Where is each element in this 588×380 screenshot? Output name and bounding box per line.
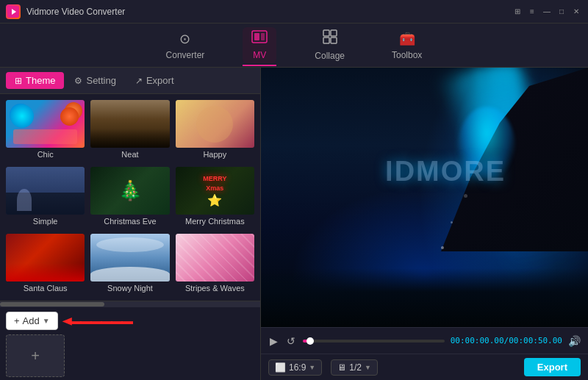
app-title-text: Vidmore Video Converter — [26, 7, 512, 17]
theme-neat[interactable]: Neat — [89, 98, 171, 162]
theme-simple-thumb — [6, 167, 85, 215]
preview-watermark: IDMORE — [385, 156, 506, 187]
theme-scroll-bar[interactable] — [0, 301, 260, 306]
right-panel: IDMORE ▶ ↺ 00:00:00.00/00:00:50.00 🔊 ⬜ 1… — [261, 68, 588, 380]
theme-happy[interactable]: Happy — [174, 98, 256, 162]
bottom-bar: ⬜ 16:9 ▼ 🖥 1/2 ▼ Export — [261, 354, 588, 380]
sub-tab-setting-label: Setting — [86, 75, 115, 86]
sub-tab-theme[interactable]: ⊞ Theme — [6, 72, 64, 89]
close-btn[interactable]: ✕ — [570, 6, 582, 18]
theme-chic-label: Chic — [37, 148, 54, 161]
title-bar: Vidmore Video Converter ⊞ ≡ — □ ✕ — [0, 0, 588, 24]
left-panel: ⊞ Theme ⚙ Setting ↗ Export Chic — [0, 68, 261, 380]
export-button[interactable]: Export — [524, 358, 581, 376]
add-plus-icon: + — [14, 315, 20, 326]
ratio-value: 16:9 — [289, 362, 306, 373]
volume-icon[interactable]: 🔊 — [568, 335, 581, 347]
theme-stripes-waves[interactable]: Stripes & Waves — [174, 232, 256, 296]
window-controls: ⊞ ≡ — □ ✕ — [512, 6, 582, 18]
theme-santa-claus-thumb — [6, 234, 85, 282]
minimize-icon-btn[interactable]: ⊞ — [512, 6, 523, 18]
player-controls: ▶ ↺ 00:00:00.00/00:00:50.00 🔊 — [261, 327, 588, 354]
svg-rect-5 — [323, 30, 329, 36]
svg-rect-4 — [261, 33, 265, 40]
theme-snowy-night-thumb — [90, 234, 169, 282]
play-button[interactable]: ▶ — [268, 334, 279, 348]
svg-rect-3 — [254, 33, 259, 40]
theme-merry-christmas-label: Merry Christmas — [185, 215, 245, 228]
export-tab-icon: ↗ — [135, 76, 143, 86]
ratio-icon: ⬜ — [275, 362, 286, 373]
add-video-placeholder[interactable]: + — [6, 334, 65, 377]
theme-merry-christmas-thumb: MERRYXmas ⭐ — [176, 167, 254, 215]
progress-thumb — [306, 337, 314, 345]
nav-collage-label: Collage — [315, 51, 345, 61]
rock-bottom — [261, 268, 588, 327]
theme-santa-claus[interactable]: Santa Claus — [4, 232, 86, 296]
video-preview: IDMORE — [261, 68, 588, 327]
sub-tab-export-label: Export — [146, 75, 174, 86]
sub-navigation: ⊞ Theme ⚙ Setting ↗ Export — [0, 68, 260, 94]
theme-christmas-eve-label: Christmas Eve — [104, 215, 157, 228]
add-row: + Add ▼ ◀▬▬▬▬▬▬ — [6, 312, 254, 330]
nav-collage[interactable]: Collage — [306, 26, 354, 64]
nav-toolbox[interactable]: 🧰 Toolbox — [383, 28, 431, 63]
mv-icon — [251, 30, 268, 47]
theme-tab-icon: ⊞ — [15, 76, 22, 86]
nav-mv[interactable]: MV — [243, 27, 276, 63]
nav-mv-label: MV — [253, 50, 266, 60]
placeholder-plus-icon: + — [31, 348, 40, 365]
theme-stripes-waves-thumb — [176, 234, 254, 282]
sub-tab-export[interactable]: ↗ Export — [126, 72, 183, 89]
theme-neat-label: Neat — [121, 148, 138, 161]
pages-value: 1/2 — [349, 362, 362, 373]
screen-icon: 🖥 — [337, 362, 346, 373]
menu-icon-btn[interactable]: ≡ — [526, 6, 538, 18]
svg-rect-8 — [331, 37, 337, 43]
red-arrow-icon: ◀▬▬▬▬▬▬ — [62, 315, 132, 326]
theme-scroll-thumb — [0, 302, 104, 306]
bubble-3 — [464, 194, 467, 198]
add-dropdown-icon: ▼ — [43, 317, 50, 325]
toolbox-icon: 🧰 — [399, 31, 415, 47]
theme-santa-claus-label: Santa Claus — [24, 282, 68, 295]
theme-simple-label: Simple — [33, 215, 58, 228]
rewind-button[interactable]: ↺ — [285, 334, 297, 348]
bubble-1 — [441, 246, 444, 249]
video-thumbnails-row: + — [6, 334, 254, 377]
ratio-dropdown-icon: ▼ — [309, 364, 315, 371]
app-logo — [6, 4, 21, 19]
sub-tab-theme-label: Theme — [26, 75, 55, 86]
maximize-btn[interactable]: □ — [556, 6, 567, 18]
theme-chic[interactable]: Chic — [4, 98, 86, 162]
add-button[interactable]: + Add ▼ — [6, 312, 58, 330]
main-content: ⊞ Theme ⚙ Setting ↗ Export Chic — [0, 68, 588, 380]
theme-merry-christmas[interactable]: MERRYXmas ⭐ Merry Christmas — [174, 165, 256, 229]
time-display: 00:00:00.00/00:00:50.00 — [451, 336, 562, 345]
theme-simple[interactable]: Simple — [4, 165, 86, 229]
nav-toolbox-label: Toolbox — [392, 50, 422, 60]
screen-selector[interactable]: 🖥 1/2 ▼ — [331, 359, 378, 376]
minimize-btn[interactable]: — — [541, 6, 553, 18]
theme-snowy-night-label: Snowy Night — [107, 282, 153, 295]
collage-icon — [323, 29, 337, 48]
theme-snowy-night[interactable]: Snowy Night — [89, 232, 171, 296]
converter-icon: ⊙ — [179, 31, 190, 47]
theme-chic-thumb — [6, 100, 85, 148]
svg-rect-7 — [323, 37, 329, 43]
theme-neat-thumb — [90, 100, 169, 148]
add-button-label: Add — [23, 315, 40, 326]
theme-christmas-eve[interactable]: 🎄 Christmas Eve — [89, 165, 171, 229]
theme-happy-label: Happy — [203, 148, 226, 161]
progress-bar[interactable] — [303, 340, 445, 343]
bubble-2 — [451, 221, 453, 223]
ratio-selector[interactable]: ⬜ 16:9 ▼ — [268, 359, 322, 376]
svg-rect-6 — [331, 30, 337, 36]
sub-tab-setting[interactable]: ⚙ Setting — [65, 72, 124, 89]
setting-tab-icon: ⚙ — [74, 76, 82, 86]
nav-converter[interactable]: ⊙ Converter — [157, 28, 214, 63]
top-navigation: ⊙ Converter MV Collage 🧰 Toolbox — [0, 24, 588, 68]
theme-christmas-eve-thumb: 🎄 — [90, 167, 169, 215]
bottom-add-section: + Add ▼ ◀▬▬▬▬▬▬ + — [0, 306, 260, 380]
theme-happy-thumb — [176, 100, 254, 148]
